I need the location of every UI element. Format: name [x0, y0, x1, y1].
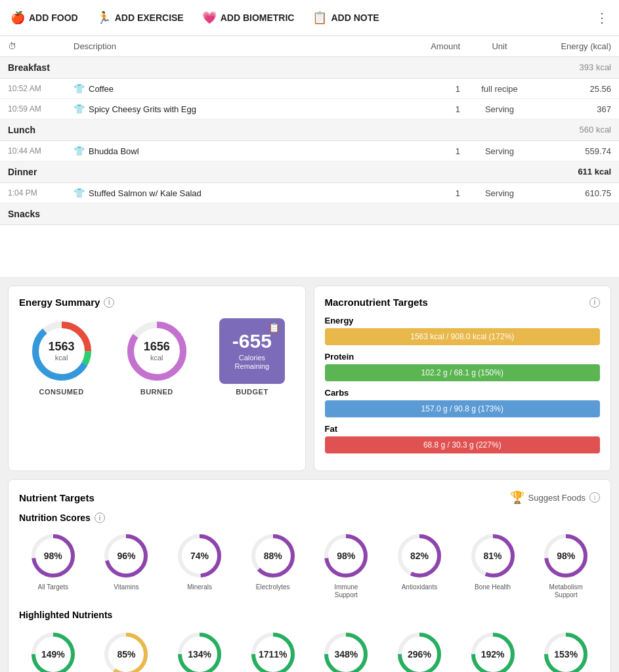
- col-description: Description: [74, 41, 408, 51]
- macro-targets-card: Macronutrient Targets i Energy 1563 kcal…: [314, 285, 612, 471]
- nutrient-targets-section: Nutrient Targets 🏆 Suggest Foods i Nutri…: [8, 479, 611, 672]
- budget-box: 📋 -655 CaloriesRemaining: [219, 318, 285, 384]
- add-exercise-button[interactable]: 🏃 ADD EXERCISE: [87, 8, 193, 28]
- score-item: 96% Vitamins: [101, 531, 151, 599]
- breakfast-kcal: 393 kcal: [539, 62, 611, 73]
- summary-section: Energy Summary i 1563: [0, 278, 619, 479]
- row-food-name: 👕 Spicy Cheesy Grits with Egg: [74, 104, 408, 114]
- add-note-label: ADD NOTE: [331, 12, 379, 23]
- scores-title: Nutrition Scores i: [19, 513, 600, 523]
- table-row: 10:52 AM 👕 Coffee 1 full recipe 25.56: [0, 79, 619, 99]
- consumed-circle-wrapper: 1563 kcal CONSUMED: [29, 318, 95, 396]
- macro-carbs-text: 157.0 g / 90.8 g (173%): [421, 404, 503, 413]
- suggest-label: Suggest Foods: [528, 493, 586, 503]
- lunch-header: Lunch 560 kcal: [0, 119, 619, 141]
- score-item: 98% All Targets: [28, 531, 78, 599]
- score-item: 81% Bone Health: [468, 531, 518, 599]
- row-unit: Serving: [460, 146, 539, 156]
- snacks-header: Snacks: [0, 203, 619, 225]
- macro-targets-title: Macronutrient Targets i: [325, 297, 601, 308]
- biometric-icon: 💗: [202, 10, 217, 25]
- row-unit: full recipe: [460, 84, 539, 94]
- energy-circles-row: 1563 kcal CONSUMED 1656 kcal: [19, 318, 295, 396]
- food-log-table: ⏱ Description Amount Unit Energy (kcal) …: [0, 36, 619, 278]
- highlighted-nutrients-row: 149% Fiber 85% Iron: [19, 628, 600, 672]
- row-amount: 1: [408, 188, 460, 198]
- snacks-kcal: [539, 209, 611, 219]
- energy-summary-card: Energy Summary i 1563: [8, 285, 306, 471]
- score-item: 1711% Vit.A: [247, 628, 299, 672]
- macro-info-icon[interactable]: i: [589, 297, 600, 308]
- food-icon: 🍎: [11, 10, 25, 25]
- breakfast-label: Breakfast: [8, 62, 74, 73]
- add-biometric-button[interactable]: 💗 ADD BIOMETRIC: [193, 8, 304, 28]
- consumed-value: 1563: [49, 341, 75, 354]
- burned-unit: kcal: [144, 354, 170, 362]
- add-food-button[interactable]: 🍎 ADD FOOD: [11, 8, 87, 28]
- col-time: ⏱: [8, 41, 74, 51]
- row-food-name: 👕 Stuffed Salmon w/ Kale Salad: [74, 188, 408, 198]
- budget-icon: 📋: [268, 322, 280, 333]
- macro-energy-name: Energy: [325, 316, 601, 326]
- burned-value: 1656: [144, 341, 170, 354]
- suggest-foods-button[interactable]: 🏆 Suggest Foods i: [510, 490, 600, 505]
- suggest-info-icon[interactable]: i: [589, 492, 600, 503]
- budget-sublabel: CaloriesRemaining: [235, 354, 270, 371]
- score-item: 348% Vit.C: [320, 628, 372, 672]
- col-energy: Energy (kcal): [539, 41, 611, 51]
- row-time: 10:59 AM: [8, 104, 74, 114]
- macro-carbs-row: Carbs 157.0 g / 90.8 g (173%): [325, 388, 601, 417]
- macro-energy-text: 1563 kcal / 908.0 kcal (172%): [410, 332, 514, 341]
- more-menu-button[interactable]: ⋮: [595, 10, 608, 26]
- row-unit: Serving: [460, 104, 539, 114]
- col-unit: Unit: [460, 41, 539, 51]
- nutrition-scores-row: 98% All Targets 96% Vitamins: [19, 531, 600, 599]
- consumed-unit: kcal: [49, 354, 75, 362]
- food-item-icon: 👕: [74, 146, 85, 156]
- row-energy: 367: [539, 104, 611, 114]
- dinner-kcal: 611 kcal: [539, 167, 611, 177]
- consumed-label: CONSUMED: [39, 388, 83, 396]
- row-time: 10:52 AM: [8, 84, 74, 93]
- budget-wrapper: 📋 -655 CaloriesRemaining BUDGET: [219, 318, 285, 396]
- burned-circle-wrapper: 1656 kcal BURNED: [124, 318, 190, 396]
- burned-donut: 1656 kcal: [124, 318, 190, 384]
- consumed-donut: 1563 kcal: [29, 318, 95, 384]
- nutrient-header: Nutrient Targets 🏆 Suggest Foods i: [19, 490, 600, 505]
- top-navigation: 🍎 ADD FOOD 🏃 ADD EXERCISE 💗 ADD BIOMETRI…: [0, 0, 619, 36]
- dinner-header: Dinner 611 kcal: [0, 161, 619, 183]
- scores-info-icon[interactable]: i: [95, 513, 105, 523]
- budget-label: BUDGET: [236, 388, 268, 396]
- add-note-button[interactable]: 📋 ADD NOTE: [303, 8, 388, 28]
- row-unit: Serving: [460, 188, 539, 198]
- score-item: 88% Electrolytes: [248, 531, 298, 599]
- food-item-icon: 👕: [74, 83, 85, 94]
- table-row: 10:44 AM 👕 Bhudda Bowl 1 Serving 559.74: [0, 141, 619, 161]
- dinner-label: Dinner: [8, 167, 74, 177]
- macro-protein-text: 102.2 g / 68.1 g (150%): [421, 368, 503, 377]
- row-energy: 25.56: [539, 84, 611, 94]
- row-amount: 1: [408, 146, 460, 156]
- macro-protein-row: Protein 102.2 g / 68.1 g (150%): [325, 352, 601, 381]
- macro-fat-text: 68.8 g / 30.3 g (227%): [423, 440, 502, 450]
- score-item: 153% Potassium: [540, 628, 592, 672]
- snacks-label: Snacks: [8, 209, 74, 219]
- row-time: 1:04 PM: [8, 188, 74, 198]
- table-row: 1:04 PM 👕 Stuffed Salmon w/ Kale Salad 1…: [0, 183, 619, 203]
- row-time: 10:44 AM: [8, 146, 74, 156]
- row-food-name: 👕 Bhudda Bowl: [74, 146, 408, 156]
- score-item: 82% Antioxidants: [395, 531, 444, 599]
- add-food-label: ADD FOOD: [29, 12, 78, 23]
- row-amount: 1: [408, 104, 460, 114]
- score-item: 149% Fiber: [27, 628, 79, 672]
- row-energy: 610.75: [539, 188, 611, 198]
- macro-energy-row: Energy 1563 kcal / 908.0 kcal (172%): [325, 316, 601, 345]
- note-icon: 📋: [312, 10, 327, 25]
- score-item: 74% Minerals: [175, 531, 224, 599]
- budget-value: -655: [232, 331, 272, 351]
- energy-summary-info-icon[interactable]: i: [104, 297, 114, 308]
- macro-carbs-name: Carbs: [325, 388, 601, 398]
- row-food-name: 👕 Coffee: [74, 83, 408, 94]
- score-item: 85% Iron: [100, 628, 152, 672]
- add-exercise-label: ADD EXERCISE: [115, 12, 184, 23]
